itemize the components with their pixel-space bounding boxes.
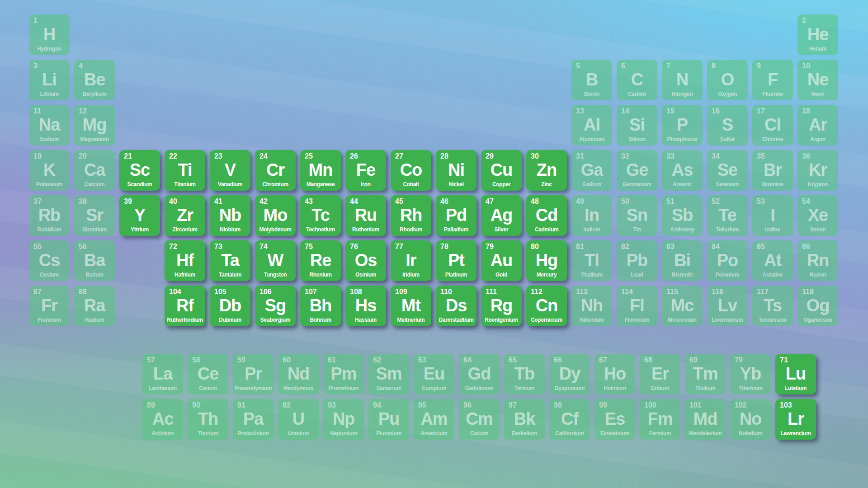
element-tile-fm[interactable]: 100 Fm Fermium xyxy=(640,399,680,440)
element-tile-bk[interactable]: 97 Bk Berkelium xyxy=(504,399,545,440)
element-tile-cn[interactable]: 112 Cn Copernicium xyxy=(526,286,567,326)
element-tile-pa[interactable]: 91 Pa Protactinium xyxy=(233,399,274,440)
element-tile-hs[interactable]: 108 Hs Hassium xyxy=(345,286,386,326)
element-tile-sb[interactable]: 51 Sb Antimony xyxy=(662,195,703,236)
element-tile-ti[interactable]: 22 Ti Titanium xyxy=(165,150,205,191)
element-tile-y[interactable]: 39 Y Yttrium xyxy=(119,195,160,236)
element-tile-he[interactable]: 2 He Helium xyxy=(797,14,838,55)
element-tile-rh[interactable]: 45 Rh Rhodium xyxy=(391,195,431,236)
element-tile-ta[interactable]: 73 Ta Tantalum xyxy=(210,240,250,281)
element-tile-ce[interactable]: 58 Ce Cerium xyxy=(188,354,228,394)
element-tile-tm[interactable]: 69 Tm Thulium xyxy=(685,354,726,394)
element-tile-ca[interactable]: 20 Ca Calcium xyxy=(74,150,115,191)
element-tile-sr[interactable]: 38 Sr Strontium xyxy=(74,195,115,236)
element-tile-re[interactable]: 75 Re Rhenium xyxy=(300,240,341,281)
element-tile-th[interactable]: 90 Th Thorium xyxy=(188,399,228,440)
element-tile-f[interactable]: 9 F Fluorine xyxy=(752,60,793,100)
element-tile-cl[interactable]: 17 Cl Chlorine xyxy=(752,105,793,145)
element-tile-sm[interactable]: 62 Sm Samarium xyxy=(368,354,409,394)
element-tile-rg[interactable]: 111 Rg Roentgenium xyxy=(481,286,522,326)
element-tile-p[interactable]: 15 P Phosphorus xyxy=(662,105,703,145)
element-tile-cd[interactable]: 48 Cd Cadmium xyxy=(526,195,567,236)
element-tile-ne[interactable]: 10 Ne Neon xyxy=(797,60,838,100)
element-tile-np[interactable]: 93 Np Neptunium xyxy=(323,399,364,440)
element-tile-ba[interactable]: 56 Ba Barium xyxy=(74,240,115,281)
element-tile-no[interactable]: 102 No Nobelium xyxy=(730,399,771,440)
element-tile-ra[interactable]: 88 Ra Radium xyxy=(74,286,115,326)
element-tile-gd[interactable]: 64 Gd Gadolinium xyxy=(459,354,500,394)
element-tile-cu[interactable]: 29 Cu Copper xyxy=(481,150,522,191)
element-tile-mt[interactable]: 109 Mt Meitnerium xyxy=(391,286,431,326)
element-tile-al[interactable]: 13 Al Aluminum xyxy=(571,105,612,145)
element-tile-mn[interactable]: 25 Mn Manganese xyxy=(300,150,341,191)
element-tile-n[interactable]: 7 N Nitrogen xyxy=(662,60,703,100)
element-tile-db[interactable]: 105 Db Dubnium xyxy=(210,286,250,326)
element-tile-co[interactable]: 27 Co Cobalt xyxy=(391,150,431,191)
element-tile-ir[interactable]: 77 Ir Iridium xyxy=(391,240,431,281)
element-tile-ge[interactable]: 32 Ge Germanium xyxy=(617,150,657,191)
element-tile-eu[interactable]: 63 Eu Europium xyxy=(414,354,454,394)
element-tile-fl[interactable]: 114 Fl Flerovium xyxy=(617,286,657,326)
element-tile-be[interactable]: 4 Be Beryllium xyxy=(74,60,115,100)
element-tile-pt[interactable]: 78 Pt Platinum xyxy=(436,240,476,281)
element-tile-nd[interactable]: 60 Nd Neodymium xyxy=(278,354,319,394)
element-tile-pr[interactable]: 59 Pr Praseodymium xyxy=(233,354,274,394)
element-tile-sc[interactable]: 21 Sc Scandium xyxy=(119,150,160,191)
element-tile-ac[interactable]: 89 Ac Actinium xyxy=(142,399,183,440)
element-tile-nb[interactable]: 41 Nb Niobium xyxy=(210,195,250,236)
element-tile-kr[interactable]: 36 Kr Krypton xyxy=(797,150,838,191)
element-tile-es[interactable]: 99 Es Einsteinium xyxy=(594,399,635,440)
element-tile-cf[interactable]: 98 Cf Californium xyxy=(549,399,590,440)
element-tile-tc[interactable]: 43 Tc Technetium xyxy=(300,195,341,236)
element-tile-lr[interactable]: 103 Lr Lawrencium xyxy=(775,399,816,440)
element-tile-mg[interactable]: 12 Mg Magnesium xyxy=(74,105,115,145)
element-tile-zn[interactable]: 30 Zn Zinc xyxy=(526,150,567,191)
element-tile-ho[interactable]: 67 Ho Holmium xyxy=(594,354,635,394)
element-tile-lv[interactable]: 116 Lv Livermorium xyxy=(707,286,748,326)
element-tile-h[interactable]: 1 H Hydrogen xyxy=(29,14,70,55)
element-tile-po[interactable]: 84 Po Polonium xyxy=(707,240,748,281)
element-tile-k[interactable]: 19 K Potassium xyxy=(29,150,70,191)
element-tile-tl[interactable]: 81 Tl Thallium xyxy=(571,240,612,281)
element-tile-br[interactable]: 35 Br Bromine xyxy=(752,150,793,191)
element-tile-am[interactable]: 95 Am Americium xyxy=(414,399,454,440)
element-tile-er[interactable]: 68 Er Erbium xyxy=(640,354,680,394)
element-tile-ts[interactable]: 117 Ts Tennessine xyxy=(752,286,793,326)
element-tile-yb[interactable]: 70 Yb Ytterbium xyxy=(730,354,771,394)
element-tile-sn[interactable]: 50 Sn Tin xyxy=(617,195,657,236)
element-tile-fr[interactable]: 87 Fr Francium xyxy=(29,286,70,326)
element-tile-bi[interactable]: 83 Bi Bismuth xyxy=(662,240,703,281)
element-tile-fe[interactable]: 26 Fe Iron xyxy=(345,150,386,191)
element-tile-og[interactable]: 118 Og Oganesson xyxy=(797,286,838,326)
element-tile-lu[interactable]: 71 Lu Lutetium xyxy=(775,354,816,394)
element-tile-nh[interactable]: 113 Nh Nihonium xyxy=(571,286,612,326)
element-tile-au[interactable]: 79 Au Gold xyxy=(481,240,522,281)
element-tile-se[interactable]: 34 Se Selenium xyxy=(707,150,748,191)
element-tile-hg[interactable]: 80 Hg Mercury xyxy=(526,240,567,281)
element-tile-cr[interactable]: 24 Cr Chromium xyxy=(255,150,296,191)
element-tile-bh[interactable]: 107 Bh Bohrium xyxy=(300,286,341,326)
element-tile-c[interactable]: 6 C Carbon xyxy=(617,60,657,100)
element-tile-rb[interactable]: 37 Rb Rubidium xyxy=(29,195,70,236)
element-tile-mo[interactable]: 42 Mo Molybdenum xyxy=(255,195,296,236)
element-tile-in[interactable]: 49 In Indium xyxy=(571,195,612,236)
element-tile-pm[interactable]: 61 Pm Promethium xyxy=(323,354,364,394)
element-tile-ar[interactable]: 18 Ar Argon xyxy=(797,105,838,145)
element-tile-ag[interactable]: 47 Ag Silver xyxy=(481,195,522,236)
element-tile-li[interactable]: 3 Li Lithium xyxy=(29,60,70,100)
element-tile-mc[interactable]: 115 Mc Moscovium xyxy=(662,286,703,326)
element-tile-sg[interactable]: 106 Sg Seaborgium xyxy=(255,286,296,326)
element-tile-w[interactable]: 74 W Tungsten xyxy=(255,240,296,281)
element-tile-cm[interactable]: 96 Cm Curium xyxy=(459,399,500,440)
element-tile-hf[interactable]: 72 Hf Hafnium xyxy=(165,240,205,281)
element-tile-ni[interactable]: 28 Ni Nickel xyxy=(436,150,476,191)
element-tile-ru[interactable]: 44 Ru Ruthenium xyxy=(345,195,386,236)
element-tile-o[interactable]: 8 O Oxygen xyxy=(707,60,748,100)
element-tile-os[interactable]: 76 Os Osmium xyxy=(345,240,386,281)
element-tile-md[interactable]: 101 Md Mendelevium xyxy=(685,399,726,440)
element-tile-pd[interactable]: 46 Pd Palladium xyxy=(436,195,476,236)
element-tile-na[interactable]: 11 Na Sodium xyxy=(29,105,70,145)
element-tile-si[interactable]: 14 Si Silicon xyxy=(617,105,657,145)
element-tile-xe[interactable]: 54 Xe Xenon xyxy=(797,195,838,236)
element-tile-la[interactable]: 57 La Lanthanum xyxy=(142,354,183,394)
